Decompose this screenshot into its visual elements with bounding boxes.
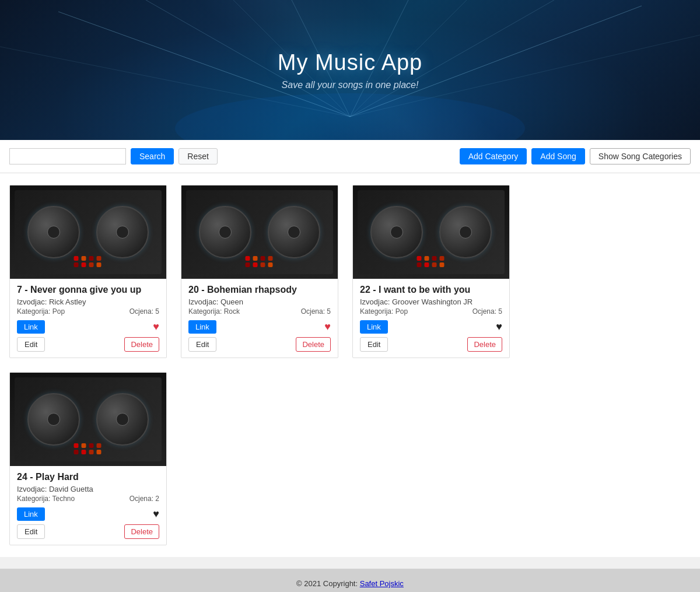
dj-controller-4 <box>10 373 166 466</box>
song-edit-button-2[interactable]: Edit <box>188 337 216 352</box>
song-image-3 <box>353 185 509 279</box>
song-link-button-1[interactable]: Link <box>17 320 45 334</box>
song-heart-3[interactable]: ♥ <box>496 321 502 333</box>
dj-platter-left-4 <box>27 393 80 446</box>
song-card-body-3: 22 - I want to be with you Izvodjac: Gro… <box>353 279 509 358</box>
dj-buttons-2 <box>246 256 274 267</box>
footer: © 2021 Copyright: Safet Pojskic <box>0 569 700 592</box>
song-meta-2: Kategorija: Rock Ocjena: 5 <box>188 307 331 316</box>
song-card-body-1: 7 - Never gonna give you up Izvodjac: Ri… <box>10 279 166 358</box>
song-heart-1[interactable]: ♥ <box>153 321 159 333</box>
song-rating-2: Ocjena: 5 <box>301 307 331 316</box>
song-rating-3: Ocjena: 5 <box>473 307 502 316</box>
dj-controller-1 <box>10 185 166 279</box>
song-card-4: 24 - Play Hard Izvodjac: David Guetta Ka… <box>9 372 167 545</box>
song-image-2 <box>181 185 338 279</box>
dj-buttons-1 <box>74 256 103 267</box>
song-image-4 <box>10 373 166 466</box>
song-delete-button-3[interactable]: Delete <box>467 337 502 352</box>
song-edit-button-3[interactable]: Edit <box>360 337 388 352</box>
song-delete-button-4[interactable]: Delete <box>124 524 159 539</box>
song-actions-bottom-4: Edit Delete <box>17 524 159 539</box>
content-area: 7 - Never gonna give you up Izvodjac: Ri… <box>0 173 700 557</box>
song-card-body-2: 20 - Bohemian rhapsody Izvodjac: Queen K… <box>181 279 338 358</box>
song-edit-button-4[interactable]: Edit <box>17 524 45 539</box>
song-link-button-2[interactable]: Link <box>188 320 216 334</box>
song-card-body-4: 24 - Play Hard Izvodjac: David Guetta Ka… <box>10 466 166 545</box>
song-artist-1: Izvodjac: Rick Astley <box>17 297 159 306</box>
footer-copyright: © 2021 Copyright: <box>296 579 358 588</box>
svg-point-10 <box>175 93 525 140</box>
song-actions-bottom-1: Edit Delete <box>17 337 159 352</box>
app-header: My Music App Save all your songs in one … <box>0 0 700 140</box>
dj-controller-3 <box>353 185 509 279</box>
dj-platter-left-3 <box>370 206 423 258</box>
song-artist-2: Izvodjac: Queen <box>188 297 331 306</box>
app-title: My Music App <box>278 50 423 75</box>
dj-buttons-3 <box>417 256 446 267</box>
song-card-3: 22 - I want to be with you Izvodjac: Gro… <box>352 185 510 358</box>
song-actions-top-3: Link ♥ <box>360 320 502 334</box>
song-delete-button-1[interactable]: Delete <box>124 337 159 352</box>
song-category-2: Kategorija: Rock <box>188 307 240 316</box>
dj-platter-left-1 <box>27 206 80 258</box>
song-category-3: Kategorija: Pop <box>360 307 408 316</box>
song-title-3: 22 - I want to be with you <box>360 285 502 295</box>
song-image-1 <box>10 185 166 279</box>
song-link-button-3[interactable]: Link <box>360 320 388 334</box>
add-category-button[interactable]: Add Category <box>460 148 527 164</box>
song-actions-bottom-2: Edit Delete <box>188 337 331 352</box>
song-heart-2[interactable]: ♥ <box>324 321 331 333</box>
search-button[interactable]: Search <box>131 148 174 164</box>
dj-platter-right-2 <box>268 206 320 258</box>
song-title-1: 7 - Never gonna give you up <box>17 285 159 295</box>
song-meta-1: Kategorija: Pop Ocjena: 5 <box>17 307 159 316</box>
song-actions-top-4: Link ♥ <box>17 507 159 521</box>
song-title-2: 20 - Bohemian rhapsody <box>188 285 331 295</box>
song-meta-3: Kategorija: Pop Ocjena: 5 <box>360 307 502 316</box>
song-delete-button-2[interactable]: Delete <box>296 337 331 352</box>
song-category-4: Kategorija: Techno <box>17 495 75 503</box>
song-meta-4: Kategorija: Techno Ocjena: 2 <box>17 495 159 503</box>
song-category-1: Kategorija: Pop <box>17 307 65 316</box>
dj-platter-right-4 <box>96 393 149 446</box>
dj-platter-right-3 <box>439 206 492 258</box>
song-card-2: 20 - Bohemian rhapsody Izvodjac: Queen K… <box>181 185 338 358</box>
toolbar-right-actions: Add Category Add Song Show Song Categori… <box>460 148 691 164</box>
dj-platter-right-1 <box>96 206 149 258</box>
app-subtitle: Save all your songs in one place! <box>282 80 419 90</box>
song-rating-4: Ocjena: 2 <box>130 495 159 503</box>
dj-platter-left-2 <box>199 206 251 258</box>
song-actions-top-2: Link ♥ <box>188 320 331 334</box>
reset-button[interactable]: Reset <box>178 148 218 164</box>
song-artist-4: Izvodjac: David Guetta <box>17 485 159 493</box>
song-card-1: 7 - Never gonna give you up Izvodjac: Ri… <box>9 185 167 358</box>
song-link-button-4[interactable]: Link <box>17 507 45 521</box>
toolbar: Search Reset Add Category Add Song Show … <box>0 140 700 173</box>
song-rating-1: Ocjena: 5 <box>130 307 159 316</box>
song-grid: 7 - Never gonna give you up Izvodjac: Ri… <box>9 185 691 545</box>
song-actions-top-1: Link ♥ <box>17 320 159 334</box>
search-input[interactable] <box>9 148 126 164</box>
song-actions-bottom-3: Edit Delete <box>360 337 502 352</box>
show-categories-button[interactable]: Show Song Categories <box>590 148 691 164</box>
dj-buttons-4 <box>74 443 103 454</box>
song-title-4: 24 - Play Hard <box>17 472 159 482</box>
dj-controller-2 <box>181 185 338 279</box>
footer-author-link[interactable]: Safet Pojskic <box>360 579 404 588</box>
song-edit-button-1[interactable]: Edit <box>17 337 45 352</box>
song-heart-4[interactable]: ♥ <box>153 508 159 520</box>
song-artist-3: Izvodjac: Groover Washington JR <box>360 297 502 306</box>
add-song-button[interactable]: Add Song <box>531 148 585 164</box>
